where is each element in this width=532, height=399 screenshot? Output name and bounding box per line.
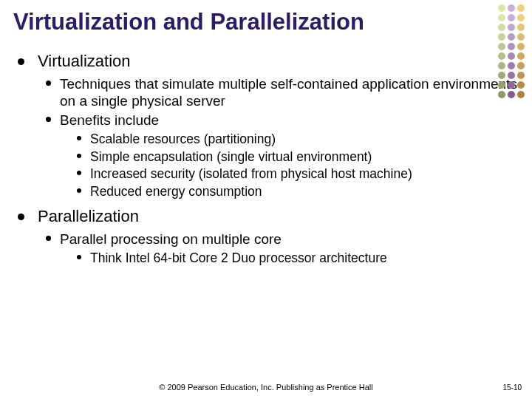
corner-decoration	[498, 4, 525, 98]
list-item: Increased security (isolated from physic…	[77, 166, 519, 183]
section-heading: Parallelization	[18, 207, 519, 226]
copyright-footer: © 2009 Pearson Education, Inc. Publishin…	[0, 383, 532, 392]
text: Reduced energy consumption	[90, 183, 262, 200]
list-item: Reduced energy consumption	[77, 183, 519, 200]
slide-title: Virtualization and Parallelization	[13, 9, 519, 35]
text: Virtualization	[38, 52, 131, 71]
list-item: Techniques that simulate multiple self-c…	[46, 75, 519, 111]
text: Benefits include	[60, 112, 159, 129]
list-item: Scalable resources (partitioning)	[77, 131, 519, 148]
list-item: Think Intel 64-bit Core 2 Duo processor …	[77, 250, 519, 267]
list-item: Parallel processing on multiple core	[46, 231, 519, 248]
text: Parallelization	[38, 207, 139, 226]
page-number: 15-10	[502, 383, 522, 392]
slide-content: Virtualization and Parallelization Virtu…	[0, 0, 532, 266]
text: Scalable resources (partitioning)	[90, 131, 276, 148]
list-item: Simple encapsulation (single virtual env…	[77, 149, 519, 166]
list-item: Benefits include	[46, 112, 519, 129]
text: Think Intel 64-bit Core 2 Duo processor …	[90, 250, 387, 267]
section-heading: Virtualization	[18, 52, 519, 71]
text: Techniques that simulate multiple self-c…	[60, 75, 519, 111]
text: Parallel processing on multiple core	[60, 231, 282, 248]
text: Increased security (isolated from physic…	[90, 166, 412, 183]
text: Simple encapsulation (single virtual env…	[90, 149, 372, 166]
